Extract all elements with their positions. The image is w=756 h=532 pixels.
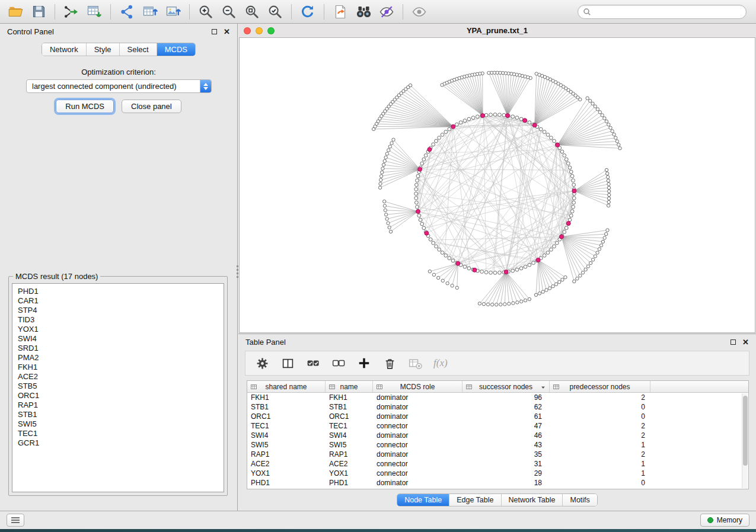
cell-shared-name[interactable]: TEC1	[247, 422, 326, 430]
cell-successor-nodes[interactable]: 31	[462, 460, 550, 468]
cell-shared-name[interactable]: RAP1	[247, 450, 326, 459]
cell-shared-name[interactable]: SWI4	[247, 431, 326, 440]
scrollbar-thumb[interactable]	[743, 396, 748, 466]
cell-shared-name[interactable]: PHD1	[247, 479, 326, 487]
open-file-button[interactable]	[6, 3, 25, 21]
float-panel-button[interactable]	[212, 29, 217, 34]
tab-motifs[interactable]: Motifs	[562, 494, 596, 506]
cell-shared-name[interactable]: ACE2	[247, 460, 326, 468]
mcds-result-item[interactable]: FKH1	[18, 363, 218, 372]
cell-shared-name[interactable]: YOX1	[247, 469, 326, 477]
maximize-window-icon[interactable]	[267, 27, 275, 34]
cell-name[interactable]: FKH1	[326, 393, 373, 402]
mcds-result-item[interactable]: TEC1	[18, 429, 218, 438]
cell-mcds-role[interactable]: dominator	[373, 431, 462, 440]
table-row[interactable]: SWI5 SWI5 connector 43 1	[247, 440, 748, 450]
cell-mcds-role[interactable]: connector	[373, 441, 462, 449]
status-menu-button[interactable]	[7, 514, 24, 527]
mcds-result-item[interactable]: STB1	[18, 410, 218, 419]
cell-successor-nodes[interactable]: 35	[462, 450, 550, 459]
cell-predecessor-nodes[interactable]: 2	[550, 450, 650, 459]
mcds-result-item[interactable]: GCR1	[18, 438, 218, 448]
mcds-result-item[interactable]: STB5	[18, 382, 218, 391]
table-row[interactable]: TEC1 TEC1 connector 47 2	[247, 421, 748, 431]
cell-mcds-role[interactable]: connector	[373, 460, 462, 468]
cell-name[interactable]: SWI4	[326, 431, 373, 440]
cell-shared-name[interactable]: FKH1	[247, 393, 326, 402]
clear-table-button[interactable]	[408, 356, 422, 370]
cell-mcds-role[interactable]: dominator	[373, 403, 462, 411]
cell-successor-nodes[interactable]: 43	[462, 441, 550, 449]
cell-predecessor-nodes[interactable]: 1	[550, 460, 650, 468]
cell-mcds-role[interactable]: connector	[373, 469, 462, 477]
table-row[interactable]: FKH1 FKH1 dominator 96 2	[247, 393, 748, 402]
cell-predecessor-nodes[interactable]: 2	[550, 422, 650, 430]
cell-mcds-role[interactable]: dominator	[373, 450, 462, 459]
tab-network-table[interactable]: Network Table	[501, 494, 563, 506]
minimize-window-icon[interactable]	[256, 27, 263, 34]
table-settings-button[interactable]	[255, 356, 269, 370]
cell-successor-nodes[interactable]: 61	[462, 412, 550, 421]
mcds-result-item[interactable]: PMA2	[18, 353, 218, 363]
cell-shared-name[interactable]: STB1	[247, 403, 326, 411]
cell-name[interactable]: TEC1	[326, 422, 373, 430]
cell-predecessor-nodes[interactable]: 0	[550, 403, 650, 411]
criterion-select[interactable]: largest connected component (undirected)	[26, 79, 212, 93]
cell-name[interactable]: YOX1	[326, 469, 373, 477]
memory-button[interactable]: Memory	[700, 514, 749, 527]
table-row[interactable]: ACE2 ACE2 connector 31 1	[247, 459, 748, 469]
cell-name[interactable]: RAP1	[326, 450, 373, 459]
show-columns-button[interactable]	[280, 356, 295, 370]
delete-column-button[interactable]	[382, 356, 397, 370]
mcds-result-item[interactable]: SWI4	[18, 334, 218, 344]
mcds-result-item[interactable]: SWI5	[18, 419, 218, 429]
column-header-shared-name[interactable]: shared name	[247, 381, 326, 392]
search-box[interactable]	[578, 5, 747, 19]
cell-successor-nodes[interactable]: 96	[462, 393, 550, 402]
cell-predecessor-nodes[interactable]: 1	[550, 441, 650, 449]
tab-select[interactable]: Select	[119, 43, 157, 56]
mcds-result-item[interactable]: CAR1	[18, 296, 218, 306]
table-row[interactable]: STB1 STB1 dominator 62 0	[247, 402, 748, 412]
import-table-button[interactable]	[85, 3, 104, 21]
find-button[interactable]	[354, 3, 373, 21]
tab-style[interactable]: Style	[86, 43, 119, 56]
close-window-icon[interactable]	[244, 27, 251, 34]
mcds-result-item[interactable]: ORC1	[18, 391, 218, 400]
table-row[interactable]: RAP1 RAP1 dominator 35 2	[247, 450, 748, 459]
table-row[interactable]: PHD1 PHD1 dominator 18 0	[247, 478, 748, 488]
tab-edge-table[interactable]: Edge Table	[449, 494, 500, 506]
cell-predecessor-nodes[interactable]: 1	[550, 469, 650, 477]
search-input[interactable]	[594, 8, 741, 16]
table-row[interactable]: ORC1 ORC1 dominator 61 0	[247, 412, 748, 421]
sort-chevron-icon[interactable]	[541, 385, 546, 390]
network-graph[interactable]	[240, 38, 755, 332]
tab-mcds[interactable]: MCDS	[157, 43, 195, 56]
export-network-button[interactable]	[117, 3, 136, 21]
cell-successor-nodes[interactable]: 47	[462, 422, 550, 430]
mcds-result-item[interactable]: TID3	[18, 315, 218, 325]
run-mcds-button[interactable]: Run MCDS	[56, 100, 114, 113]
cell-shared-name[interactable]: SWI5	[247, 441, 326, 449]
cell-successor-nodes[interactable]: 62	[462, 403, 550, 411]
cell-name[interactable]: ACE2	[326, 460, 373, 468]
cell-predecessor-nodes[interactable]: 2	[550, 393, 650, 402]
table-scrollbar[interactable]	[742, 393, 748, 488]
close-mcds-panel-button[interactable]: Close panel	[122, 100, 181, 113]
float-table-panel-button[interactable]	[731, 339, 736, 345]
table-row[interactable]: SWI4 SWI4 dominator 46 2	[247, 431, 748, 440]
export-table-button[interactable]	[141, 3, 160, 21]
export-image-button[interactable]	[164, 3, 183, 21]
function-builder-button[interactable]: f(x)	[433, 356, 448, 370]
import-network-button[interactable]	[62, 3, 81, 21]
cell-name[interactable]: ORC1	[326, 412, 373, 421]
cell-predecessor-nodes[interactable]: 2	[550, 431, 650, 440]
close-table-panel-button[interactable]: ✕	[742, 338, 749, 346]
cell-mcds-role[interactable]: dominator	[373, 393, 462, 402]
cell-predecessor-nodes[interactable]: 0	[550, 479, 650, 487]
column-header-successor-nodes[interactable]: successor nodes	[462, 381, 550, 392]
mcds-result-item[interactable]: YOX1	[18, 325, 218, 334]
add-column-button[interactable]	[357, 356, 371, 370]
show-graphics-button[interactable]	[410, 3, 429, 21]
table-row[interactable]: YOX1 YOX1 connector 29 1	[247, 469, 748, 478]
